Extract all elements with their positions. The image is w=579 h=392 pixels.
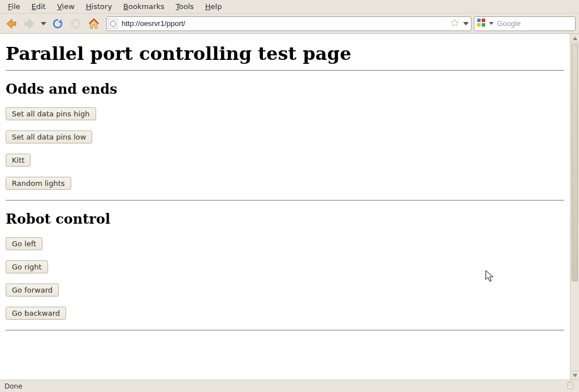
set-pins-low-button[interactable]: Set all data pins low — [6, 130, 92, 143]
menu-view[interactable]: View — [53, 1, 79, 12]
url-bar — [106, 16, 472, 31]
status-bar: Done — [0, 380, 579, 392]
menu-file[interactable]: File — [3, 1, 25, 12]
vertical-scrollbar[interactable] — [570, 34, 579, 380]
go-right-button[interactable]: Go right — [6, 260, 48, 273]
forward-arrow-icon — [23, 18, 36, 30]
scroll-thumb[interactable] — [572, 44, 578, 281]
page-viewport: Parallel port controlling test page Odds… — [0, 34, 570, 380]
scroll-down-button[interactable] — [571, 371, 579, 380]
site-identity-icon[interactable] — [108, 19, 118, 29]
svg-point-1 — [110, 21, 116, 27]
reload-button[interactable] — [50, 16, 66, 32]
svg-rect-3 — [482, 19, 485, 22]
nav-history-dropdown[interactable] — [40, 16, 47, 32]
stop-button[interactable] — [68, 16, 84, 32]
page-title: Parallel port controlling test page — [6, 43, 564, 64]
menu-help[interactable]: Help — [201, 1, 227, 12]
notepad-icon[interactable] — [567, 381, 574, 391]
divider — [6, 330, 564, 330]
status-right — [567, 381, 574, 391]
home-icon — [88, 18, 100, 30]
url-history-dropdown[interactable] — [462, 16, 470, 32]
search-input[interactable] — [496, 19, 579, 28]
go-left-button[interactable]: Go left — [6, 237, 42, 250]
back-arrow-icon — [5, 18, 18, 30]
kitt-button[interactable]: Kitt — [6, 154, 31, 167]
home-button[interactable] — [86, 16, 102, 32]
menu-history[interactable]: History — [81, 1, 116, 12]
menubar: File Edit View History Bookmarks Tools H… — [0, 0, 579, 14]
divider — [6, 200, 564, 201]
svg-rect-4 — [477, 23, 481, 27]
chevron-down-icon — [463, 22, 469, 25]
chevron-down-icon — [489, 22, 494, 25]
svg-rect-5 — [482, 23, 485, 27]
google-icon — [477, 18, 486, 27]
scroll-up-button[interactable] — [571, 34, 579, 43]
divider — [6, 70, 564, 71]
menu-tools[interactable]: Tools — [171, 1, 198, 12]
chevron-up-icon — [573, 37, 577, 40]
menu-bookmarks[interactable]: Bookmarks — [119, 1, 169, 12]
search-bar — [474, 16, 576, 31]
random-lights-button[interactable]: Random lights — [6, 177, 71, 190]
content-area: Parallel port controlling test page Odds… — [0, 34, 579, 380]
go-backward-button[interactable]: Go backward — [6, 307, 66, 320]
search-engine-dropdown[interactable] — [489, 16, 494, 32]
go-forward-button[interactable]: Go forward — [6, 284, 59, 297]
search-engine-icon[interactable] — [476, 18, 487, 29]
note-icon — [567, 381, 574, 389]
section2-heading: Robot control — [6, 211, 564, 227]
chevron-down-icon — [41, 22, 46, 25]
stop-icon — [70, 18, 81, 29]
menu-edit[interactable]: Edit — [27, 1, 50, 12]
bookmark-star-icon[interactable] — [450, 19, 460, 28]
back-button[interactable] — [3, 16, 19, 32]
page-favicon-icon — [110, 20, 116, 27]
rendered-page: Parallel port controlling test page Odds… — [0, 34, 570, 339]
section1-heading: Odds and ends — [6, 81, 564, 97]
forward-button[interactable] — [21, 16, 37, 32]
chevron-down-icon — [573, 374, 577, 377]
url-input[interactable] — [120, 19, 447, 28]
svg-rect-2 — [477, 19, 481, 22]
navigation-toolbar — [0, 14, 579, 34]
star-icon — [451, 19, 459, 27]
reload-icon — [52, 18, 63, 29]
status-text: Done — [5, 382, 23, 390]
set-pins-high-button[interactable]: Set all data pins high — [6, 107, 96, 120]
